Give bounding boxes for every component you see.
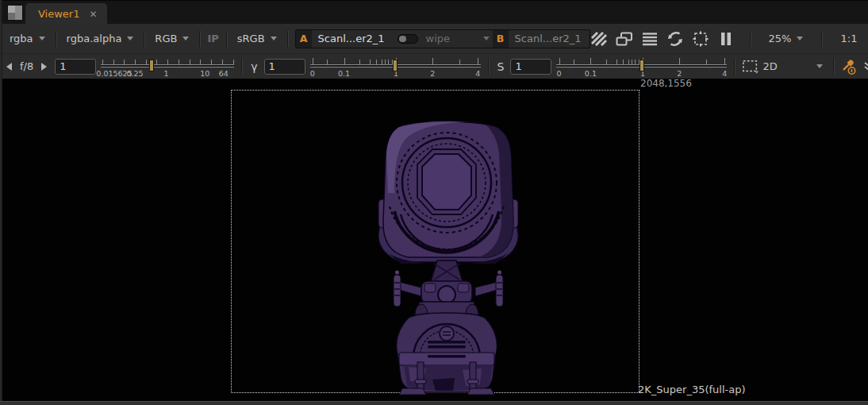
slider-tick (102, 60, 103, 64)
view-mode-value: 2D (762, 60, 777, 72)
window-edge-left (0, 0, 2, 405)
input-process-button[interactable]: IP (207, 33, 218, 44)
saturation-slider[interactable]: 00.1124 (556, 56, 727, 78)
colorspace-dropdown[interactable]: sRGB (234, 31, 280, 46)
resolution-label: 2048,1556 (640, 78, 692, 89)
slider-tick-label: 4 (475, 69, 480, 78)
saturation-label: S (497, 60, 505, 73)
slider-handle[interactable] (393, 60, 398, 71)
input-a-badge[interactable]: A (296, 30, 312, 48)
slider-tick (459, 60, 460, 64)
view-mode-dropdown[interactable]: 2D (759, 59, 826, 74)
separator (821, 31, 822, 47)
wipe-mode-dropdown[interactable]: wipe (423, 31, 493, 46)
display-channel-value: RGB (155, 33, 177, 44)
slider-tick (327, 60, 328, 64)
wipe-mode-value: wipe (426, 33, 451, 44)
roi-icon[interactable] (692, 30, 709, 48)
tab-viewer1[interactable]: Viewer1 ✕ (25, 3, 107, 25)
format-label: 2K_Super_35(full-ap) (638, 384, 746, 395)
zoom-level-dropdown[interactable]: 25% (766, 31, 807, 46)
slider-tick-label: 2 (430, 69, 435, 78)
channels-value: rgba (10, 33, 33, 44)
slider-tick-label: 0 (310, 69, 315, 78)
viewer-canvas[interactable]: 2048,1556 2K_Super_35(full-ap) (0, 79, 868, 401)
refresh-icon[interactable] (666, 30, 684, 48)
alpha-layer-value: rgba.alpha (67, 33, 122, 44)
toggle-knob-icon (399, 36, 406, 42)
field-lines-icon[interactable] (641, 30, 659, 48)
chevron-down-icon (797, 37, 803, 40)
slider-tick (635, 60, 636, 64)
gamma-input[interactable]: 1 (264, 59, 305, 75)
fstop-increment-icon[interactable] (41, 63, 47, 71)
gamma-slider[interactable]: 00.1124 (310, 56, 481, 78)
alpha-layer-dropdown[interactable]: rgba.alpha (63, 31, 137, 46)
chevron-down-icon (483, 37, 490, 40)
input-b-badge[interactable]: B (493, 30, 509, 48)
display-channel-dropdown[interactable]: RGB (152, 31, 192, 46)
slider-tick (385, 60, 386, 64)
slider-tick (478, 58, 478, 64)
slider-tick (222, 60, 223, 64)
slider-tick (370, 60, 371, 64)
gain-input[interactable]: 1 (55, 59, 96, 75)
view-controls: 2D (727, 58, 868, 75)
zoom-level-value: 25% (769, 33, 792, 44)
fstop-stepper: f/8 (6, 60, 47, 72)
slider-tick-label: 64 (219, 69, 229, 78)
proxy-scale-dropdown[interactable]: 1:1 (837, 31, 868, 46)
ab-compare-box: A Scanl...er2_1 wipe B Scanl...er2_1 (295, 29, 590, 48)
separator (287, 31, 288, 47)
separator (56, 31, 56, 47)
saturation-input[interactable]: 1 (510, 59, 551, 75)
pane-quadrant (8, 6, 15, 13)
monitor-output-icon[interactable] (616, 30, 633, 48)
slider-tick (233, 60, 234, 64)
slider-tick (606, 60, 607, 64)
slider-handle[interactable] (149, 60, 154, 71)
slider-handle[interactable] (639, 60, 644, 71)
proxy-scale-value: 1:1 (840, 33, 857, 44)
pane-menu-icon[interactable] (7, 5, 23, 21)
wipe-toggle[interactable] (398, 34, 418, 44)
chevron-down-icon (127, 37, 133, 40)
slider-tick (344, 58, 345, 64)
slider-tick-label: 2 (677, 69, 682, 78)
gain-slider[interactable]: 0.0156250.2511064 (101, 56, 234, 78)
separator (488, 59, 489, 75)
tab-close-icon[interactable]: ✕ (89, 9, 97, 20)
slider-tick (167, 60, 168, 64)
slider-track[interactable] (101, 64, 234, 68)
guides-icon[interactable] (742, 58, 759, 75)
color-sample-eyedropper-icon[interactable] (841, 58, 858, 75)
slider-tick (146, 60, 147, 64)
slider-tick (376, 60, 377, 64)
slider-tick (200, 60, 201, 64)
input-b-value[interactable]: Scanl...er2_1 (509, 33, 590, 44)
viewer-toolbar-bottom: f/8 1 0.0156250.2511064 γ 1 00.1124 S 1 … (0, 53, 868, 79)
rendered-object-image (377, 118, 520, 395)
input-a-value[interactable]: Scanl...er2_1 (312, 33, 393, 44)
slider-tick (113, 60, 114, 64)
slider-tick (574, 60, 574, 64)
slider-tick (616, 60, 617, 64)
fstop-value: f/8 (20, 60, 33, 72)
slider-tick-label: 0.25 (126, 69, 143, 78)
colorspace-value: sRGB (237, 33, 265, 44)
channels-dropdown[interactable]: rgba (6, 31, 48, 46)
separator (750, 31, 751, 47)
fstop-decrement-icon[interactable] (6, 63, 12, 71)
pause-icon[interactable] (717, 30, 735, 48)
slider-tick (590, 58, 591, 64)
viewer-icon-group: 25% 1:1 (590, 30, 868, 48)
separator (241, 59, 242, 75)
separator (734, 59, 735, 75)
chevron-down-icon (182, 37, 189, 40)
collapse-toolbar-icon[interactable] (860, 58, 868, 75)
window-edge-bottom[interactable] (0, 401, 868, 405)
downrez-icon[interactable] (590, 30, 608, 48)
slider-tick (679, 58, 680, 64)
chevron-down-icon (816, 64, 823, 68)
pane-quadrant (8, 13, 15, 20)
